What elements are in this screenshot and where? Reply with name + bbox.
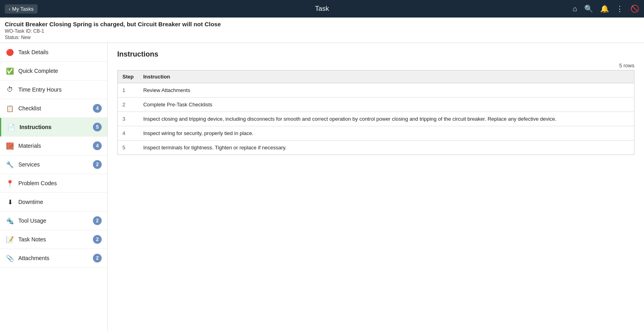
services-icon: 🔧 — [6, 160, 14, 169]
sidebar-label-downtime: Downtime — [18, 199, 102, 205]
instruction-text: Inspect terminals for tightness. Tighten… — [138, 141, 634, 155]
table-row: 4Inspect wiring for security, properly t… — [118, 126, 634, 141]
sidebar-item-tool-usage[interactable]: 🔩Tool Usage2 — [0, 212, 107, 230]
col-step: Step — [118, 71, 139, 83]
back-button[interactable]: ‹ My Tasks — [5, 4, 37, 14]
materials-icon: 🧱 — [6, 141, 14, 150]
wo-task-id: WO-Task ID: CB-1 — [5, 28, 639, 34]
sidebar-label-attachments: Attachments — [18, 255, 93, 261]
table-row: 3Inspect closing and tripping device, in… — [118, 112, 634, 126]
quick-complete-icon: ✅ — [6, 67, 14, 75]
sidebar-item-problem-codes[interactable]: 📍Problem Codes — [0, 174, 107, 193]
badge-task-notes: 2 — [93, 235, 102, 244]
instruction-text: Inspect wiring for security, properly ti… — [138, 126, 634, 141]
downtime-icon: ⬇ — [6, 198, 14, 206]
attachments-icon: 📎 — [6, 254, 14, 262]
chevron-left-icon: ‹ — [9, 6, 10, 12]
step-number: 1 — [118, 83, 139, 98]
step-number: 5 — [118, 141, 139, 155]
topbar: ‹ My Tasks Task ⌂ 🔍 🔔 ⋮ 🚫 — [0, 0, 644, 18]
sidebar-label-services: Services — [18, 161, 93, 168]
step-number: 3 — [118, 112, 139, 126]
task-header: Circuit Breaker Closing Spring is charge… — [0, 18, 644, 43]
more-icon[interactable]: ⋮ — [616, 4, 623, 13]
sidebar-item-downtime[interactable]: ⬇Downtime — [0, 193, 107, 212]
sidebar-label-instructions: Instructions — [20, 124, 93, 130]
step-number: 2 — [118, 98, 139, 112]
task-title: Circuit Breaker Closing Spring is charge… — [5, 21, 639, 27]
instruction-text: Complete Pre-Task Checklists — [138, 98, 634, 112]
sidebar-item-task-notes[interactable]: 📝Task Notes2 — [0, 230, 107, 249]
topbar-icons: ⌂ 🔍 🔔 ⋮ 🚫 — [573, 4, 639, 13]
table-header-row: Step Instruction — [118, 71, 634, 83]
sidebar-label-task-details: Task Details — [18, 49, 102, 55]
badge-materials: 4 — [93, 141, 102, 150]
sidebar-label-task-notes: Task Notes — [18, 236, 93, 243]
instruction-text: Review Attachments — [138, 83, 634, 98]
back-label: My Tasks — [12, 6, 33, 12]
table-row: 2Complete Pre-Task Checklists — [118, 98, 634, 112]
content-area: Instructions 5 rows Step Instruction 1Re… — [108, 43, 644, 331]
sidebar-item-quick-complete[interactable]: ✅Quick Complete — [0, 62, 107, 80]
no-entry-icon[interactable]: 🚫 — [630, 4, 639, 13]
sidebar-label-materials: Materials — [18, 143, 93, 149]
sidebar-item-checklist[interactable]: 📋Checklist4 — [0, 99, 107, 118]
sidebar-label-tool-usage: Tool Usage — [18, 217, 93, 224]
badge-instructions: 5 — [93, 123, 102, 131]
badge-tool-usage: 2 — [93, 216, 102, 225]
bell-icon[interactable]: 🔔 — [600, 4, 609, 13]
badge-checklist: 4 — [93, 104, 102, 113]
sidebar: 🔴Task Details✅Quick Complete⏱Time Entry … — [0, 43, 108, 331]
sidebar-item-instructions[interactable]: 📄Instructions5 — [0, 118, 107, 137]
topbar-title: Task — [315, 5, 329, 13]
sidebar-label-checklist: Checklist — [18, 105, 93, 112]
table-row: 5Inspect terminals for tightness. Tighte… — [118, 141, 634, 155]
sidebar-label-problem-codes: Problem Codes — [18, 180, 102, 186]
task-details-icon: 🔴 — [6, 48, 14, 57]
sidebar-label-quick-complete: Quick Complete — [18, 68, 102, 74]
sidebar-item-attachments[interactable]: 📎Attachments2 — [0, 249, 107, 268]
task-notes-icon: 📝 — [6, 235, 14, 244]
checklist-icon: 📋 — [6, 104, 14, 113]
badge-services: 2 — [93, 160, 102, 169]
step-number: 4 — [118, 126, 139, 141]
main-content: 🔴Task Details✅Quick Complete⏱Time Entry … — [0, 43, 644, 331]
badge-attachments: 2 — [93, 254, 102, 262]
sidebar-label-time-entry-hours: Time Entry Hours — [18, 86, 102, 93]
tool-usage-icon: 🔩 — [6, 216, 14, 225]
rows-count: 5 rows — [117, 63, 634, 69]
sidebar-item-task-details[interactable]: 🔴Task Details — [0, 43, 107, 62]
instructions-table: Step Instruction 1Review Attachments2Com… — [117, 70, 634, 155]
problem-codes-icon: 📍 — [6, 179, 14, 188]
task-status: Status: New — [5, 35, 639, 40]
sidebar-item-services[interactable]: 🔧Services2 — [0, 155, 107, 174]
home-icon[interactable]: ⌂ — [573, 5, 577, 13]
time-entry-hours-icon: ⏱ — [6, 85, 14, 94]
content-title: Instructions — [117, 50, 634, 59]
instruction-text: Inspect closing and tripping device, inc… — [138, 112, 634, 126]
sidebar-item-time-entry-hours[interactable]: ⏱Time Entry Hours — [0, 80, 107, 99]
col-instruction: Instruction — [138, 71, 634, 83]
table-row: 1Review Attachments — [118, 83, 634, 98]
search-icon[interactable]: 🔍 — [584, 4, 593, 13]
instructions-icon: 📄 — [7, 123, 16, 131]
sidebar-item-materials[interactable]: 🧱Materials4 — [0, 137, 107, 155]
